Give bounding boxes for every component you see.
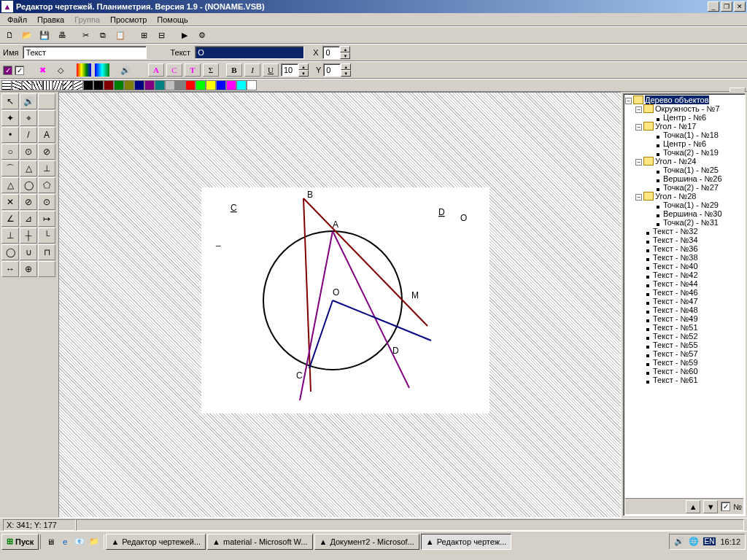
- open-button[interactable]: 📂: [19, 28, 35, 42]
- pattern-swatch[interactable]: [83, 80, 93, 90]
- color-swatch[interactable]: [226, 80, 236, 90]
- tool-button-31[interactable]: ⊕: [20, 261, 37, 277]
- gradient2-button[interactable]: [94, 63, 110, 77]
- tool-button-15[interactable]: △: [1, 177, 19, 193]
- tree-down-button[interactable]: ▼: [703, 500, 718, 513]
- save-button[interactable]: 💾: [36, 28, 53, 42]
- color-swatch[interactable]: [155, 80, 165, 90]
- tool-button-25[interactable]: ┼: [20, 228, 37, 244]
- tool-button-8[interactable]: A: [38, 127, 55, 143]
- tree-check[interactable]: ✓: [721, 502, 730, 511]
- tool-button-0[interactable]: ↖: [1, 93, 19, 109]
- y-value[interactable]: [323, 63, 341, 77]
- color-swatch[interactable]: [247, 80, 257, 90]
- task-button[interactable]: ▲Редактор чертежей...: [106, 534, 206, 550]
- fontsize-value[interactable]: [281, 63, 298, 77]
- color-swatch[interactable]: [165, 80, 175, 90]
- gradient1-button[interactable]: [76, 63, 92, 77]
- tool-button-19[interactable]: ⊘: [20, 194, 37, 210]
- color-swatch[interactable]: [206, 80, 216, 90]
- tool-button-5[interactable]: [38, 110, 55, 126]
- tool-button-22[interactable]: ⊿: [20, 211, 37, 227]
- ql-explorer-icon[interactable]: 📁: [88, 534, 101, 549]
- speaker-button[interactable]: 🔊: [117, 63, 133, 77]
- x-up[interactable]: ▲: [340, 46, 350, 52]
- tool-button-20[interactable]: ⊙: [38, 194, 55, 210]
- canvas[interactable]: B A M O D C C D O _: [58, 92, 622, 518]
- ql-desktop-icon[interactable]: 🖥: [44, 534, 57, 549]
- brush-button[interactable]: ◇: [53, 63, 69, 77]
- maximize-button[interactable]: ❐: [721, 1, 732, 12]
- tool-button-1[interactable]: 🔊: [20, 93, 37, 109]
- italic-button[interactable]: I: [244, 63, 260, 77]
- tool-button-7[interactable]: /: [20, 127, 37, 143]
- x-spinner[interactable]: ▲▼: [322, 46, 350, 59]
- tool-button-6[interactable]: •: [1, 127, 19, 143]
- y-down[interactable]: ▼: [341, 70, 351, 77]
- bold-button[interactable]: B: [226, 63, 242, 77]
- tool-button-2[interactable]: [38, 93, 55, 109]
- tool-button-14[interactable]: ⊥: [38, 160, 55, 176]
- run-button[interactable]: ▶: [177, 28, 193, 42]
- erase-button[interactable]: ✖: [34, 63, 50, 77]
- close-button[interactable]: ✕: [734, 1, 746, 12]
- settings-button[interactable]: ⚙: [194, 28, 210, 42]
- pattern-swatch[interactable]: [63, 80, 73, 90]
- tool-button-16[interactable]: ◯: [20, 177, 37, 193]
- task-button[interactable]: ▲Документ2 - Microsof...: [314, 534, 419, 550]
- pattern-swatch[interactable]: [32, 80, 42, 90]
- text-t-button[interactable]: T: [185, 63, 201, 77]
- new-button[interactable]: 🗋: [1, 28, 18, 42]
- color-swatch[interactable]: [175, 80, 185, 90]
- tool-button-11[interactable]: ⊘: [38, 144, 55, 160]
- ql-ie-icon[interactable]: e: [58, 534, 71, 549]
- start-button[interactable]: ⊞ Пуск: [1, 534, 39, 550]
- tool-button-9[interactable]: ○: [1, 144, 19, 160]
- color-swatch[interactable]: [216, 80, 226, 90]
- name-field[interactable]: [23, 46, 147, 59]
- color-swatch[interactable]: [134, 80, 144, 90]
- check-visible[interactable]: ✓: [3, 66, 12, 75]
- minimize-button[interactable]: _: [708, 1, 719, 12]
- ql-outlook-icon[interactable]: 📧: [73, 534, 86, 549]
- menu-file[interactable]: Файл: [3, 15, 31, 25]
- language-indicator[interactable]: EN: [703, 537, 716, 545]
- pattern-swatch[interactable]: [22, 80, 32, 90]
- y-up[interactable]: ▲: [341, 63, 351, 70]
- task-button[interactable]: ▲material - Microsoft W...: [207, 534, 312, 550]
- tool-button-18[interactable]: ✕: [1, 194, 19, 210]
- tool-button-4[interactable]: ⌖: [20, 110, 37, 126]
- tool-button-12[interactable]: ⌒: [1, 160, 19, 176]
- fontsize-down[interactable]: ▼: [298, 70, 309, 77]
- menu-help[interactable]: Помощь: [152, 15, 193, 25]
- color-swatch[interactable]: [124, 80, 134, 90]
- color-swatch[interactable]: [236, 80, 247, 90]
- color-swatch[interactable]: [185, 80, 196, 90]
- color-c-button[interactable]: C: [166, 63, 182, 77]
- tool-button-13[interactable]: △: [20, 160, 37, 176]
- tool-button-30[interactable]: ↔: [1, 261, 19, 277]
- ungroup-button[interactable]: ⊟: [153, 28, 169, 42]
- print-button[interactable]: 🖶: [54, 28, 70, 42]
- underline-button[interactable]: U: [263, 63, 279, 77]
- tool-button-21[interactable]: ∠: [1, 211, 19, 227]
- copy-button[interactable]: ⧉: [95, 28, 111, 42]
- tree-up-button[interactable]: ▲: [686, 500, 700, 513]
- tool-button-17[interactable]: ⬠: [38, 177, 55, 193]
- color-a-button[interactable]: A: [148, 63, 164, 77]
- cut-button[interactable]: ✂: [77, 28, 93, 42]
- menu-view[interactable]: Просмотр: [106, 15, 151, 25]
- pattern-swatch[interactable]: [12, 80, 22, 90]
- tool-button-29[interactable]: ⊓: [38, 244, 55, 260]
- check-2[interactable]: ✓: [15, 66, 24, 75]
- color-swatch[interactable]: [114, 80, 124, 90]
- tool-button-3[interactable]: ✦: [1, 110, 19, 126]
- tool-button-32[interactable]: [38, 261, 55, 277]
- color-swatch[interactable]: [196, 80, 206, 90]
- tool-button-23[interactable]: ↦: [38, 211, 55, 227]
- menu-edit[interactable]: Правка: [33, 15, 69, 25]
- x-down[interactable]: ▼: [340, 52, 350, 59]
- tray-network-icon[interactable]: 🌐: [689, 537, 699, 546]
- task-button[interactable]: ▲Редактор чертеж...: [421, 534, 511, 550]
- sigma-button[interactable]: Σ: [203, 63, 219, 77]
